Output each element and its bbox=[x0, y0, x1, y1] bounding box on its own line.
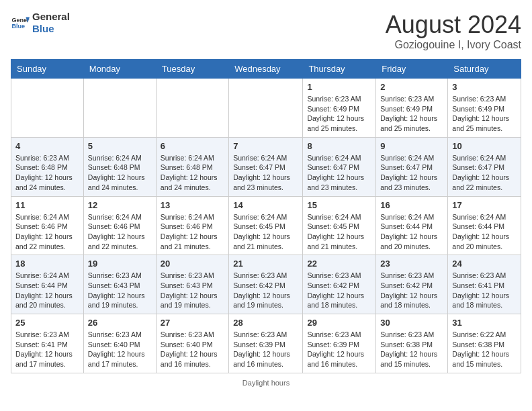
day-info: Sunrise: 6:23 AM Sunset: 6:41 PM Dayligh… bbox=[452, 271, 517, 310]
calendar-week-row: 1Sunrise: 6:23 AM Sunset: 6:49 PM Daylig… bbox=[11, 79, 521, 138]
calendar-cell: 16Sunrise: 6:24 AM Sunset: 6:44 PM Dayli… bbox=[376, 196, 448, 255]
day-info: Sunrise: 6:24 AM Sunset: 6:44 PM Dayligh… bbox=[15, 271, 79, 310]
calendar-cell: 19Sunrise: 6:23 AM Sunset: 6:43 PM Dayli… bbox=[83, 255, 156, 314]
day-info: Sunrise: 6:23 AM Sunset: 6:40 PM Dayligh… bbox=[88, 330, 152, 369]
day-info: Sunrise: 6:24 AM Sunset: 6:45 PM Dayligh… bbox=[307, 212, 371, 252]
calendar-cell: 26Sunrise: 6:23 AM Sunset: 6:40 PM Dayli… bbox=[83, 314, 156, 373]
day-info: Sunrise: 6:24 AM Sunset: 6:48 PM Dayligh… bbox=[88, 153, 152, 193]
day-number: 17 bbox=[452, 200, 517, 210]
day-number: 4 bbox=[15, 141, 79, 151]
calendar-header-wednesday: Wednesday bbox=[229, 60, 303, 79]
calendar-header-tuesday: Tuesday bbox=[156, 60, 228, 79]
calendar-cell: 25Sunrise: 6:23 AM Sunset: 6:41 PM Dayli… bbox=[11, 314, 84, 373]
day-info: Sunrise: 6:23 AM Sunset: 6:40 PM Dayligh… bbox=[161, 330, 224, 369]
day-info: Sunrise: 6:24 AM Sunset: 6:47 PM Dayligh… bbox=[452, 153, 517, 193]
day-number: 7 bbox=[233, 141, 298, 151]
calendar-header-sunday: Sunday bbox=[11, 60, 84, 79]
calendar-cell bbox=[156, 79, 228, 138]
day-info: Sunrise: 6:23 AM Sunset: 6:42 PM Dayligh… bbox=[233, 271, 298, 310]
day-info: Sunrise: 6:24 AM Sunset: 6:44 PM Dayligh… bbox=[452, 212, 517, 252]
calendar-cell: 2Sunrise: 6:23 AM Sunset: 6:49 PM Daylig… bbox=[376, 79, 448, 138]
month-title: August 2024 bbox=[386, 11, 521, 39]
calendar-header-monday: Monday bbox=[83, 60, 156, 79]
calendar-cell: 21Sunrise: 6:23 AM Sunset: 6:42 PM Dayli… bbox=[229, 255, 303, 314]
calendar-cell: 15Sunrise: 6:24 AM Sunset: 6:45 PM Dayli… bbox=[303, 196, 376, 255]
day-number: 20 bbox=[161, 259, 224, 269]
calendar-cell: 30Sunrise: 6:23 AM Sunset: 6:38 PM Dayli… bbox=[376, 314, 448, 373]
calendar-cell: 6Sunrise: 6:24 AM Sunset: 6:48 PM Daylig… bbox=[156, 137, 228, 196]
day-info: Sunrise: 6:23 AM Sunset: 6:48 PM Dayligh… bbox=[15, 153, 79, 193]
day-number: 30 bbox=[380, 318, 443, 328]
day-number: 25 bbox=[15, 318, 79, 328]
calendar-cell: 14Sunrise: 6:24 AM Sunset: 6:45 PM Dayli… bbox=[229, 196, 303, 255]
day-number: 31 bbox=[452, 318, 517, 328]
calendar-table: SundayMondayTuesdayWednesdayThursdayFrid… bbox=[11, 59, 521, 373]
calendar-cell: 18Sunrise: 6:24 AM Sunset: 6:44 PM Dayli… bbox=[11, 255, 84, 314]
calendar-cell: 24Sunrise: 6:23 AM Sunset: 6:41 PM Dayli… bbox=[448, 255, 521, 314]
title-area: August 2024 Goziogouine I, Ivory Coast bbox=[386, 11, 521, 51]
calendar-week-row: 18Sunrise: 6:24 AM Sunset: 6:44 PM Dayli… bbox=[11, 255, 521, 314]
day-number: 10 bbox=[452, 141, 517, 151]
calendar-cell: 4Sunrise: 6:23 AM Sunset: 6:48 PM Daylig… bbox=[11, 137, 84, 196]
day-info: Sunrise: 6:24 AM Sunset: 6:46 PM Dayligh… bbox=[161, 212, 224, 252]
day-info: Sunrise: 6:23 AM Sunset: 6:39 PM Dayligh… bbox=[307, 330, 371, 369]
day-number: 2 bbox=[380, 82, 443, 92]
day-info: Sunrise: 6:23 AM Sunset: 6:39 PM Dayligh… bbox=[233, 330, 298, 369]
day-info: Sunrise: 6:24 AM Sunset: 6:46 PM Dayligh… bbox=[88, 212, 152, 252]
calendar-cell: 7Sunrise: 6:24 AM Sunset: 6:47 PM Daylig… bbox=[229, 137, 303, 196]
calendar-week-row: 11Sunrise: 6:24 AM Sunset: 6:46 PM Dayli… bbox=[11, 196, 521, 255]
calendar-cell: 13Sunrise: 6:24 AM Sunset: 6:46 PM Dayli… bbox=[156, 196, 228, 255]
calendar-cell: 10Sunrise: 6:24 AM Sunset: 6:47 PM Dayli… bbox=[448, 137, 521, 196]
day-info: Sunrise: 6:23 AM Sunset: 6:41 PM Dayligh… bbox=[15, 330, 79, 369]
day-number: 8 bbox=[307, 141, 371, 151]
day-info: Sunrise: 6:24 AM Sunset: 6:47 PM Dayligh… bbox=[233, 153, 298, 193]
calendar-cell: 29Sunrise: 6:23 AM Sunset: 6:39 PM Dayli… bbox=[303, 314, 376, 373]
day-number: 27 bbox=[161, 318, 224, 328]
day-number: 21 bbox=[233, 259, 298, 269]
calendar-week-row: 25Sunrise: 6:23 AM Sunset: 6:41 PM Dayli… bbox=[11, 314, 521, 373]
calendar-cell: 3Sunrise: 6:23 AM Sunset: 6:49 PM Daylig… bbox=[448, 79, 521, 138]
day-number: 11 bbox=[15, 200, 79, 210]
day-info: Sunrise: 6:23 AM Sunset: 6:49 PM Dayligh… bbox=[307, 94, 371, 134]
calendar-header-friday: Friday bbox=[376, 60, 448, 79]
day-info: Sunrise: 6:23 AM Sunset: 6:43 PM Dayligh… bbox=[88, 271, 152, 310]
calendar-cell: 27Sunrise: 6:23 AM Sunset: 6:40 PM Dayli… bbox=[156, 314, 228, 373]
day-info: Sunrise: 6:23 AM Sunset: 6:42 PM Dayligh… bbox=[380, 271, 443, 310]
day-number: 15 bbox=[307, 200, 371, 210]
day-info: Sunrise: 6:23 AM Sunset: 6:49 PM Dayligh… bbox=[380, 94, 443, 134]
day-number: 14 bbox=[233, 200, 298, 210]
calendar-cell: 12Sunrise: 6:24 AM Sunset: 6:46 PM Dayli… bbox=[83, 196, 156, 255]
calendar-cell: 31Sunrise: 6:22 AM Sunset: 6:38 PM Dayli… bbox=[448, 314, 521, 373]
day-number: 22 bbox=[307, 259, 371, 269]
logo-icon: General Blue bbox=[11, 13, 30, 32]
day-info: Sunrise: 6:22 AM Sunset: 6:38 PM Dayligh… bbox=[452, 330, 517, 369]
day-number: 5 bbox=[88, 141, 152, 151]
calendar-cell: 28Sunrise: 6:23 AM Sunset: 6:39 PM Dayli… bbox=[229, 314, 303, 373]
calendar-cell: 20Sunrise: 6:23 AM Sunset: 6:43 PM Dayli… bbox=[156, 255, 228, 314]
calendar-cell: 5Sunrise: 6:24 AM Sunset: 6:48 PM Daylig… bbox=[83, 137, 156, 196]
day-number: 29 bbox=[307, 318, 371, 328]
logo: General Blue General Blue bbox=[11, 11, 70, 35]
logo-text-blue: Blue bbox=[32, 23, 70, 35]
day-number: 9 bbox=[380, 141, 443, 151]
calendar-header-row: SundayMondayTuesdayWednesdayThursdayFrid… bbox=[11, 60, 521, 79]
day-number: 19 bbox=[88, 259, 152, 269]
day-info: Sunrise: 6:23 AM Sunset: 6:43 PM Dayligh… bbox=[161, 271, 224, 310]
calendar-cell: 8Sunrise: 6:24 AM Sunset: 6:47 PM Daylig… bbox=[303, 137, 376, 196]
calendar-cell bbox=[11, 79, 84, 138]
calendar-cell: 11Sunrise: 6:24 AM Sunset: 6:46 PM Dayli… bbox=[11, 196, 84, 255]
calendar-cell bbox=[229, 79, 303, 138]
footer-note: Daylight hours bbox=[11, 379, 521, 387]
svg-text:Blue: Blue bbox=[11, 23, 25, 30]
day-number: 26 bbox=[88, 318, 152, 328]
day-number: 23 bbox=[380, 259, 443, 269]
day-number: 6 bbox=[161, 141, 224, 151]
day-number: 1 bbox=[307, 82, 371, 92]
calendar-cell: 23Sunrise: 6:23 AM Sunset: 6:42 PM Dayli… bbox=[376, 255, 448, 314]
day-number: 24 bbox=[452, 259, 517, 269]
day-info: Sunrise: 6:24 AM Sunset: 6:45 PM Dayligh… bbox=[233, 212, 298, 252]
page-header: General Blue General Blue August 2024 Go… bbox=[11, 11, 521, 51]
day-info: Sunrise: 6:23 AM Sunset: 6:38 PM Dayligh… bbox=[380, 330, 443, 369]
calendar-cell: 17Sunrise: 6:24 AM Sunset: 6:44 PM Dayli… bbox=[448, 196, 521, 255]
location-title: Goziogouine I, Ivory Coast bbox=[386, 39, 521, 51]
